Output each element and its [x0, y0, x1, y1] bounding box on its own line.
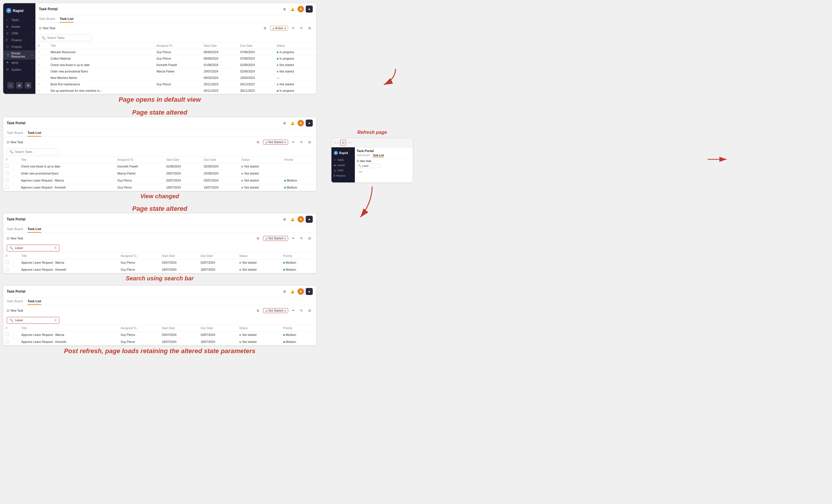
home-btn[interactable]: ⌂ [7, 82, 14, 89]
avatar[interactable]: A [297, 6, 304, 12]
mini-sidebar-crm[interactable]: ◎ CRM [332, 168, 355, 173]
assets-icon: ◈ [6, 25, 10, 29]
browser-refresh-btn[interactable]: ↻ [340, 140, 346, 146]
filter-badge-4[interactable]: ⊿ Not Started ∨ [263, 308, 288, 313]
search-clear-4[interactable]: ✕ [54, 318, 57, 322]
mini-sidebar-finance[interactable]: ₿ Finance [332, 173, 355, 178]
edit-btn-2[interactable]: ✏ [290, 139, 296, 145]
row-checkbox[interactable] [5, 268, 9, 271]
refresh-btn-2[interactable]: ↻ [298, 139, 305, 145]
layout-btn-3[interactable]: ⊟ [306, 235, 313, 242]
grid-view-btn[interactable]: ⊞ [281, 6, 288, 12]
mini-sidebar-assets[interactable]: ◈ Assets [332, 163, 355, 168]
finance-icon: ₿ [6, 38, 10, 42]
sidebar-item-hr[interactable]: 👤Human Resources › [3, 50, 35, 60]
sidebar-item-projects[interactable]: ◫Projects › [3, 44, 35, 50]
col-status-1: Status [275, 43, 316, 49]
row-checkbox[interactable] [5, 165, 9, 168]
edit-btn-3[interactable]: ✏ [290, 235, 296, 242]
row-checkbox[interactable] [5, 261, 9, 264]
new-task-btn-2[interactable]: ☑ New Task [7, 141, 23, 144]
mini-sidebar-tasks[interactable]: ✓ Tasks [332, 157, 355, 163]
mini-new-task[interactable]: ☑ New Task [357, 160, 411, 163]
avatar-4[interactable]: A [297, 288, 304, 295]
search-input-2[interactable] [15, 150, 57, 153]
panel2-tabs: Task Board Task List [3, 129, 316, 137]
mini-tab-board[interactable]: Task Board [357, 154, 370, 157]
row-checkbox[interactable] [5, 186, 9, 189]
refresh-btn-1[interactable]: ↻ [298, 25, 305, 31]
row-checkbox[interactable] [5, 340, 9, 343]
table-row: ⠿ Allocate Resources Guy Pierce 06/08/20… [35, 49, 316, 56]
tab-board-3[interactable]: Task Board [7, 225, 23, 233]
panel4-section: Task Portal ⊞ 🔔 A ● Task Board Task List… [3, 285, 316, 356]
row-checkbox[interactable] [5, 333, 9, 336]
grid-view-btn-4[interactable]: ⊞ [281, 288, 288, 295]
edit-btn-1[interactable]: ✏ [290, 25, 296, 31]
tab-board-1[interactable]: Task Board [39, 15, 55, 23]
notification-btn-2[interactable]: 🔔 [289, 120, 296, 126]
copy-btn-4[interactable]: ⧉ [255, 307, 261, 314]
mini-assets-icon: ◈ [334, 164, 336, 167]
tab-board-2[interactable]: Task Board [7, 129, 23, 137]
refresh-btn-3[interactable]: ↻ [298, 235, 305, 242]
grid-btn[interactable]: ⊞ [16, 82, 23, 89]
row-checkbox[interactable] [5, 172, 9, 175]
grid-view-btn-3[interactable]: ⊞ [281, 216, 288, 222]
back-btn[interactable]: ‹ [334, 141, 336, 145]
new-task-btn-3[interactable]: ☑ New Task [7, 237, 23, 240]
layout-btn-2[interactable]: ⊟ [306, 139, 313, 145]
new-task-btn-4[interactable]: ☑ New Task [7, 309, 23, 312]
dark-mode-btn-2[interactable]: ● [306, 119, 313, 127]
col-start-1: Start Date [201, 43, 238, 49]
dark-mode-btn-4[interactable]: ● [306, 288, 313, 295]
forward-btn[interactable]: › [337, 141, 338, 145]
search-input-4[interactable] [15, 319, 53, 322]
chevron-icon: › [32, 19, 32, 21]
sidebar-item-finance[interactable]: ₿Finance › [3, 37, 35, 44]
copy-btn-3[interactable]: ⧉ [255, 235, 261, 242]
tab-list-2[interactable]: Task List [27, 129, 41, 137]
mini-logo-icon: R [334, 151, 338, 155]
sidebar-item-tasks[interactable]: ✓Tasks › [3, 17, 35, 23]
filter-icon-3: ⊿ [265, 237, 267, 240]
table-row: Approve Leave Request - Kenneth Guy Pier… [3, 339, 316, 345]
tab-list-1[interactable]: Task List [60, 15, 73, 23]
grid-view-btn-2[interactable]: ⊞ [281, 120, 288, 126]
search-input-1[interactable] [47, 36, 89, 39]
mini-tab-list[interactable]: Task List [373, 154, 384, 157]
filter-badge-1[interactable]: ⊿ Active ∨ [270, 26, 288, 31]
filter-badge-3[interactable]: ⊿ Not Started ∨ [263, 236, 288, 241]
sidebar-item-assets[interactable]: ◈Assets › [3, 23, 35, 30]
notification-btn-4[interactable]: 🔔 [289, 288, 296, 295]
avatar-3[interactable]: A [297, 216, 304, 222]
sidebar-item-whs[interactable]: ⚑WHS › [3, 60, 35, 66]
search-clear-3[interactable]: ✕ [54, 246, 57, 250]
refresh-btn-4[interactable]: ↻ [298, 307, 305, 314]
search-input-3[interactable] [15, 247, 53, 250]
settings-btn[interactable]: ⚙ [25, 82, 31, 89]
new-task-btn-1[interactable]: ☑ New Task [39, 27, 55, 30]
checkbox-icon: ☑ [7, 309, 9, 312]
sidebar-item-crm[interactable]: ◎CRM › [3, 30, 35, 37]
notification-btn-3[interactable]: 🔔 [289, 216, 296, 222]
dark-mode-btn[interactable]: ● [306, 5, 313, 12]
notification-btn[interactable]: 🔔 [289, 6, 296, 12]
panel4-toolbar: ☑ New Task ⧉ ⊿ Not Started ∨ ✏ ↻ ⊟ [3, 305, 316, 316]
filter-badge-2[interactable]: ⊿ Not Started ∨ [263, 140, 288, 145]
system-icon: ⚙ [6, 68, 10, 72]
avatar-2[interactable]: A [297, 120, 304, 126]
copy-btn-2[interactable]: ⧉ [255, 139, 261, 145]
col-title-1: Title [48, 43, 154, 49]
filter-icon-1[interactable]: ⧉ [262, 25, 268, 31]
tab-list-3[interactable]: Task List [27, 225, 41, 233]
tab-board-4[interactable]: Task Board [7, 298, 23, 305]
row-checkbox[interactable] [5, 178, 9, 182]
sidebar-item-system[interactable]: ⚙System › [3, 66, 35, 73]
browser-more-btn[interactable]: ⋯ [348, 141, 352, 145]
layout-btn-4[interactable]: ⊟ [306, 307, 313, 314]
tab-list-4[interactable]: Task List [27, 298, 41, 305]
layout-btn-1[interactable]: ⊟ [306, 25, 313, 31]
dark-mode-btn-3[interactable]: ● [306, 216, 313, 223]
edit-btn-4[interactable]: ✏ [290, 307, 296, 314]
